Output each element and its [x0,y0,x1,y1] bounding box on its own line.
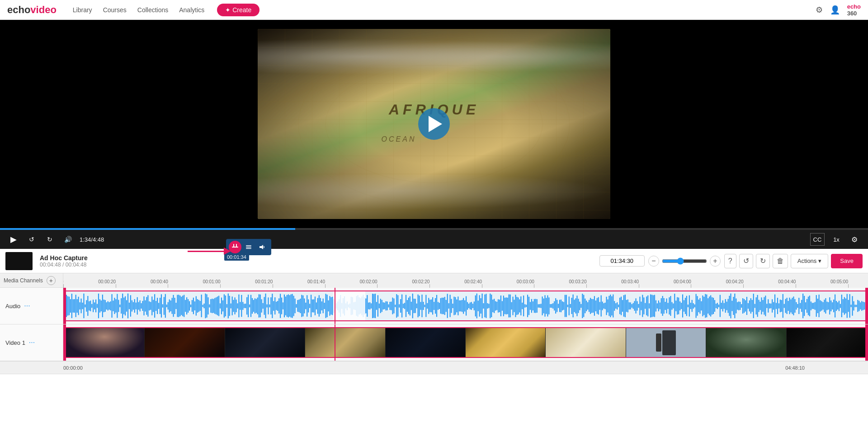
settings-button[interactable]: ⚙ [848,233,861,246]
zoom-out-button[interactable]: − [648,256,659,267]
nav-analytics[interactable]: Analytics [179,6,204,14]
svg-rect-386 [574,300,575,312]
svg-rect-86 [173,295,174,317]
svg-rect-332 [502,301,503,311]
svg-rect-66 [146,297,147,315]
svg-rect-363 [543,299,544,314]
play-icon [429,116,442,132]
svg-rect-516 [748,303,749,309]
audio-menu-button[interactable]: ··· [24,302,30,310]
settings-icon[interactable]: ⚙ [816,5,823,15]
zoom-slider[interactable] [662,257,707,265]
audio-track-label: Audio ··· [0,288,63,324]
svg-rect-359 [538,304,539,307]
svg-rect-549 [792,298,793,314]
svg-rect-395 [586,300,587,311]
svg-rect-525 [760,302,760,310]
video-menu-button[interactable]: ··· [29,338,35,347]
play-pause-button[interactable]: ▶ [7,233,20,246]
play-button-overlay[interactable] [418,108,450,140]
svg-rect-429 [632,304,632,308]
create-button[interactable]: ✦ Create [217,4,259,16]
svg-rect-444 [651,295,652,317]
svg-rect-109 [203,304,204,309]
svg-rect-533 [770,304,771,308]
svg-rect-157 [268,297,269,314]
svg-rect-479 [698,300,699,312]
svg-rect-52 [127,294,128,319]
svg-rect-75 [158,303,159,309]
popup-menu-button[interactable] [242,241,255,253]
svg-rect-17 [80,299,81,314]
svg-rect-236 [373,294,374,318]
svg-rect-60 [138,302,139,310]
svg-rect-104 [197,299,198,313]
editor-action-buttons: ? ↺ ↻ 🗑 Actions ▾ Save [724,254,863,268]
svg-rect-198 [323,299,324,313]
rewind-button[interactable]: ↺ [25,233,38,246]
svg-rect-244 [384,303,385,310]
svg-rect-531 [768,299,769,313]
svg-rect-146 [253,300,254,312]
forward-button[interactable]: ↻ [43,233,56,246]
progress-bar[interactable] [0,228,868,230]
svg-rect-430 [633,303,634,309]
svg-rect-272 [421,295,422,317]
volume-button[interactable]: 🔊 [61,233,74,246]
svg-rect-81 [166,305,167,307]
svg-rect-284 [438,302,439,310]
user-icon[interactable]: 👤 [830,5,840,15]
help-button[interactable]: ? [724,254,736,268]
video-playhead[interactable] [335,324,335,361]
svg-rect-487 [709,296,710,315]
svg-rect-56 [133,302,134,310]
svg-rect-435 [639,296,640,315]
svg-rect-352 [528,297,529,315]
audio-track-content[interactable] [63,288,868,324]
speed-button[interactable]: 1x [830,233,843,246]
svg-rect-546 [788,301,789,311]
save-button[interactable]: Save [831,254,863,268]
svg-rect-94 [184,295,184,317]
svg-rect-582 [836,301,837,311]
redo-button[interactable]: ↻ [756,254,770,268]
svg-rect-147 [255,298,255,314]
svg-rect-253 [396,294,397,318]
video-track-content[interactable] [63,324,868,361]
undo-button[interactable]: ↺ [739,254,753,268]
svg-rect-542 [783,294,783,318]
popup-volume-button[interactable] [256,241,269,253]
add-channel-button[interactable]: + [47,276,56,285]
svg-rect-594 [852,296,853,316]
svg-rect-295 [452,304,453,308]
ruler-mark-10: 00:03:20 [586,284,587,288]
logo-video: video [30,4,56,16]
svg-rect-70 [151,296,152,315]
timeline-ruler: 00:00:00 00:00:20 00:00:40 00:01:00 00:0… [63,273,868,288]
svg-rect-555 [800,303,801,309]
svg-rect-201 [327,295,328,317]
echo360-icon[interactable]: echo360 [847,3,861,17]
nav-courses[interactable]: Courses [103,6,127,14]
svg-rect-493 [717,303,718,309]
ruler-mark-5: 00:01:40 [325,284,326,288]
svg-rect-44 [117,294,118,318]
timecode-input[interactable] [599,255,645,267]
zoom-in-button[interactable]: + [710,256,721,267]
svg-rect-360 [539,304,540,308]
svg-rect-364 [544,295,545,317]
svg-rect-170 [285,296,286,315]
nav-collections[interactable]: Collections [137,6,168,14]
actions-button[interactable]: Actions ▾ [791,254,829,268]
svg-rect-129 [231,303,231,308]
delete-button[interactable]: 🗑 [773,254,788,268]
nav-library[interactable]: Library [73,6,92,14]
svg-rect-118 [216,297,217,314]
svg-rect-601 [861,301,862,311]
video-right-marker [865,324,868,361]
svg-rect-538 [777,298,778,314]
captions-button[interactable]: CC [810,233,825,246]
svg-rect-243 [383,302,384,310]
svg-rect-185 [305,303,306,309]
playhead[interactable] [335,288,335,324]
